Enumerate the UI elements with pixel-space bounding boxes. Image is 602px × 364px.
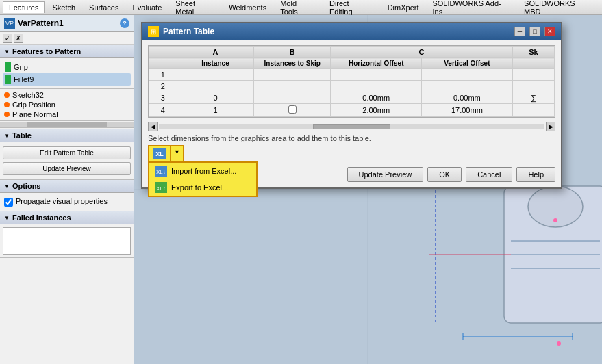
cancel-dialog-button[interactable]: Cancel [466, 167, 512, 182]
row1-sk[interactable] [512, 69, 554, 81]
row4-a[interactable]: 1 [177, 104, 253, 117]
row4-num[interactable]: 4 [149, 104, 177, 117]
row1-d[interactable] [422, 69, 513, 81]
dialog-close-button[interactable]: ✕ [544, 27, 555, 36]
dialog-minimize-button[interactable]: ─ [514, 27, 525, 36]
row3-a[interactable]: 0 [177, 92, 253, 104]
row3-b[interactable] [254, 92, 331, 104]
cancel-sidebar-button[interactable]: ✗ [14, 34, 23, 43]
dialog-content: A B C Sk Instance Instances to Skip Hori… [142, 40, 561, 187]
col-instance-header: Instance [177, 58, 253, 69]
sketch-dot-icon [4, 92, 10, 98]
row2-c[interactable] [331, 81, 422, 92]
propagate-visual-checkbox[interactable] [4, 198, 13, 207]
fillet-color-icon [5, 75, 11, 84]
col-sk-subheader [512, 58, 554, 69]
features-section-header[interactable]: ▼ Features to Pattern [0, 45, 134, 58]
import-from-excel-item[interactable]: XL↓ Import from Excel... [149, 163, 256, 179]
row2-num[interactable]: 2 [149, 81, 177, 92]
row1-c[interactable] [331, 69, 422, 81]
feature-fillet9[interactable]: Fillet9 [3, 73, 131, 86]
update-preview-dialog-button[interactable]: Update Preview [347, 167, 424, 182]
row3-num[interactable]: 3 [149, 92, 177, 104]
import-dropdown-button[interactable]: ▼ [171, 145, 184, 163]
row3-c[interactable]: 0.00mm [331, 92, 422, 104]
row4-c[interactable]: 2.00mm [331, 104, 422, 117]
import-toolbar: XL ▼ XL↓ Import from Excel... [148, 145, 555, 163]
sidebar-controls: ✓ ✗ [0, 32, 134, 45]
plane-normal-dot-icon [4, 112, 10, 117]
table-scrollbar[interactable]: ◀ ▶ [148, 122, 555, 131]
tab-sketch[interactable]: Sketch [46, 1, 81, 14]
help-icon[interactable]: ? [120, 18, 129, 28]
scrollbar-thumb[interactable] [313, 124, 390, 129]
update-preview-button[interactable]: Update Preview [3, 162, 131, 175]
row1-a[interactable] [177, 69, 253, 81]
top-toolbar: Features Sketch Surfaces Evaluate Sheet … [0, 0, 602, 15]
export-to-excel-item[interactable]: XL↑ Export to Excel... [149, 179, 256, 196]
sketch-item-grip-position[interactable]: Grip Position [3, 100, 131, 109]
help-dialog-button[interactable]: Help [516, 167, 555, 182]
sketch-item-sketch32[interactable]: Sketch32 [3, 90, 131, 100]
tab-dimxpert[interactable]: DimXpert [381, 1, 425, 14]
edit-pattern-table-button[interactable]: Edit Pattern Table [3, 146, 131, 159]
pattern-table-container: A B C Sk Instance Instances to Skip Hori… [148, 45, 555, 118]
failed-instances-header[interactable]: ▼ Failed Instances [0, 211, 134, 224]
import-from-excel-label: Import from Excel... [171, 167, 236, 175]
table-header-row1: A B C Sk [149, 47, 555, 58]
export-excel-icon: XL↑ [155, 182, 167, 193]
import-button-group: XL ▼ [148, 145, 184, 163]
scroll-left-button[interactable]: ◀ [148, 122, 158, 131]
options-content: Propagate visual properties [0, 193, 134, 211]
tab-weldments[interactable]: Weldments [223, 1, 273, 14]
import-icon: XL [153, 148, 166, 159]
export-to-excel-label: Export to Excel... [171, 183, 228, 192]
row3-sk[interactable]: ∑ [512, 92, 554, 104]
tab-evaluate[interactable]: Evaluate [126, 1, 168, 14]
dialog-titlebar: ⊞ Pattern Table ─ □ ✕ [142, 23, 561, 40]
table-header-row2: Instance Instances to Skip Horizontal Of… [149, 58, 555, 69]
col-sk-header: Sk [512, 47, 554, 58]
import-excel-button[interactable]: XL [148, 145, 171, 163]
features-section-title: Features to Pattern [12, 47, 81, 55]
feature-grip[interactable]: Grip [3, 61, 131, 73]
col-num-subheader [149, 58, 177, 69]
options-section-header[interactable]: ▼ Options [0, 180, 134, 193]
row4-b[interactable] [254, 104, 331, 117]
row4-sk[interactable] [512, 104, 554, 117]
tab-features[interactable]: Features [3, 1, 45, 13]
grip-position-dot-icon [4, 102, 10, 107]
col-num-header [149, 47, 177, 58]
sidebar-header: VP VarPattern1 ? [0, 15, 134, 32]
options-arrow-icon: ▼ [4, 183, 10, 190]
row1-num[interactable]: 1 [149, 69, 177, 81]
row1-b[interactable] [254, 69, 331, 81]
propagate-visual-label: Propagate visual properties [16, 197, 108, 205]
scroll-right-button[interactable]: ▶ [546, 122, 555, 131]
table-section-title: Table [12, 131, 32, 140]
sketch-item-plane-normal[interactable]: Plane Normal [3, 109, 131, 119]
ok-button[interactable]: OK [427, 167, 462, 182]
row2-d[interactable] [422, 81, 513, 92]
row4-skip-checkbox[interactable] [288, 105, 297, 114]
feature-grip-label: Grip [14, 63, 28, 71]
excel-dropdown-menu: XL↓ Import from Excel... XL↑ Export to E… [148, 161, 258, 197]
svg-text:XL↑: XL↑ [156, 185, 166, 192]
close-button[interactable]: ✓ [3, 34, 12, 43]
scrollbar-track [159, 124, 544, 129]
table-section-header[interactable]: ▼ Table [0, 129, 134, 142]
tab-surfaces[interactable]: Surfaces [83, 1, 125, 14]
row2-b[interactable] [254, 81, 331, 92]
row4-d[interactable]: 17.00mm [422, 104, 513, 117]
dialog-maximize-button[interactable]: □ [529, 27, 540, 36]
row2-sk[interactable] [512, 81, 554, 92]
sidebar-scrollbar[interactable] [0, 122, 134, 128]
col-vert-offset-header: Vertical Offset [422, 58, 513, 69]
failed-instances-title: Failed Instances [12, 213, 71, 222]
row2-a[interactable] [177, 81, 253, 92]
row3-d[interactable]: 0.00mm [422, 92, 513, 104]
sketch-section: Sketch32 Grip Position Plane Normal [0, 89, 134, 121]
plane-normal-label: Plane Normal [12, 110, 58, 118]
svg-point-13 [557, 341, 561, 346]
feature-fillet9-label: Fillet9 [14, 75, 34, 83]
